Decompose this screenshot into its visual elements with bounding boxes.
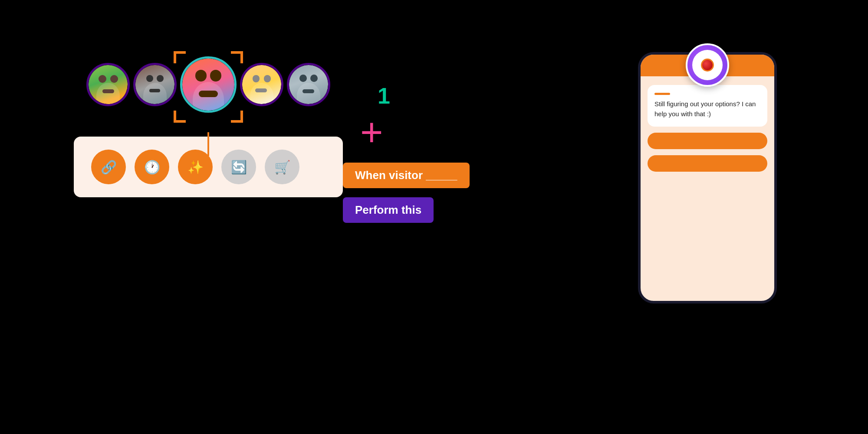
- phone-mockup: Still figuring out your options? I can h…: [638, 52, 777, 303]
- chat-action-bar-2[interactable]: [648, 155, 767, 172]
- bot-eye: [701, 59, 714, 72]
- bracket-tl: [174, 51, 186, 63]
- avatar-5[interactable]: [287, 63, 330, 106]
- clock-button[interactable]: 🕐: [135, 150, 169, 184]
- when-visitor-label[interactable]: When visitor _____: [343, 163, 470, 188]
- avatar-3-selected[interactable]: [180, 56, 237, 113]
- bracket-tr: [231, 51, 243, 63]
- step-number: 1: [378, 85, 390, 107]
- phone-body: Still figuring out your options? I can h…: [641, 76, 774, 180]
- bracket-br: [231, 111, 243, 123]
- bot-inner: [692, 50, 723, 80]
- user-refresh-button[interactable]: 🔄: [221, 150, 256, 184]
- plus-sign: +: [360, 113, 383, 152]
- connector-line: [207, 132, 209, 156]
- cart-button[interactable]: 🛒: [265, 150, 299, 184]
- chat-action-bar-1[interactable]: [648, 133, 767, 149]
- bot-avatar: [686, 43, 729, 87]
- link-button[interactable]: 🔗: [91, 150, 126, 184]
- main-scene: 🔗 🕐 ✨ 🔄 🛒 1 + When visitor _____ Perform…: [0, 0, 868, 434]
- avatar-row: [74, 56, 343, 113]
- left-section: 🔗 🕐 ✨ 🔄 🛒: [74, 56, 343, 197]
- avatar-2[interactable]: [133, 63, 177, 106]
- bracket-bl: [174, 111, 186, 123]
- chat-message-text: Still figuring out your options? I can h…: [654, 100, 756, 117]
- perform-this-label[interactable]: Perform this: [343, 197, 434, 223]
- chat-bubble-accent: [654, 93, 670, 95]
- avatar-1[interactable]: [86, 63, 130, 106]
- chat-bubble: Still figuring out your options? I can h…: [648, 85, 767, 127]
- avatar-4[interactable]: [240, 63, 283, 106]
